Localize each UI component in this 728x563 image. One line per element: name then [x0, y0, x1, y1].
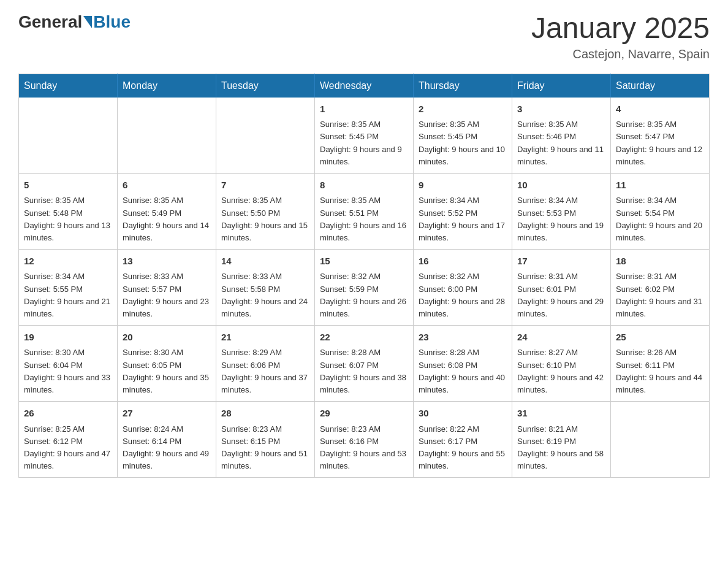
- day-number: 12: [24, 255, 112, 269]
- calendar-cell: 18Sunrise: 8:31 AM Sunset: 6:02 PM Dayli…: [611, 249, 710, 325]
- logo-triangle-icon: [83, 16, 92, 28]
- day-number: 4: [616, 102, 704, 117]
- day-info: Sunrise: 8:33 AM Sunset: 5:57 PM Dayligh…: [123, 270, 211, 320]
- calendar-cell: 5Sunrise: 8:35 AM Sunset: 5:48 PM Daylig…: [19, 173, 118, 249]
- day-info: Sunrise: 8:34 AM Sunset: 5:52 PM Dayligh…: [419, 194, 507, 244]
- day-info: Sunrise: 8:35 AM Sunset: 5:45 PM Dayligh…: [419, 118, 507, 168]
- page-header: General Blue January 2025 Castejon, Nava…: [18, 12, 710, 61]
- calendar-cell: 21Sunrise: 8:29 AM Sunset: 6:06 PM Dayli…: [216, 325, 315, 401]
- day-number: 7: [221, 178, 309, 193]
- calendar-cell: [118, 98, 216, 174]
- day-info: Sunrise: 8:22 AM Sunset: 6:17 PM Dayligh…: [419, 423, 507, 473]
- calendar-cell: 2Sunrise: 8:35 AM Sunset: 5:45 PM Daylig…: [414, 98, 512, 174]
- day-info: Sunrise: 8:29 AM Sunset: 6:06 PM Dayligh…: [221, 347, 309, 396]
- day-info: Sunrise: 8:32 AM Sunset: 6:00 PM Dayligh…: [419, 270, 507, 320]
- calendar-cell: 10Sunrise: 8:34 AM Sunset: 5:53 PM Dayli…: [512, 173, 611, 249]
- month-title: January 2025: [531, 12, 710, 45]
- day-info: Sunrise: 8:31 AM Sunset: 6:02 PM Dayligh…: [616, 270, 704, 320]
- calendar-cell: 14Sunrise: 8:33 AM Sunset: 5:58 PM Dayli…: [216, 249, 315, 325]
- day-info: Sunrise: 8:35 AM Sunset: 5:49 PM Dayligh…: [123, 194, 211, 244]
- calendar-cell: 16Sunrise: 8:32 AM Sunset: 6:00 PM Dayli…: [414, 249, 512, 325]
- calendar-cell: 31Sunrise: 8:21 AM Sunset: 6:19 PM Dayli…: [512, 402, 611, 478]
- day-number: 18: [616, 255, 704, 269]
- calendar-table: SundayMondayTuesdayWednesdayThursdayFrid…: [18, 74, 710, 478]
- day-info: Sunrise: 8:33 AM Sunset: 5:58 PM Dayligh…: [221, 270, 309, 320]
- calendar-header-wednesday: Wednesday: [315, 74, 414, 98]
- day-number: 22: [320, 331, 408, 345]
- calendar-cell: 6Sunrise: 8:35 AM Sunset: 5:49 PM Daylig…: [118, 173, 216, 249]
- calendar-cell: 22Sunrise: 8:28 AM Sunset: 6:07 PM Dayli…: [315, 325, 414, 401]
- day-number: 24: [517, 331, 605, 345]
- day-info: Sunrise: 8:31 AM Sunset: 6:01 PM Dayligh…: [517, 270, 605, 320]
- day-number: 28: [221, 407, 309, 421]
- calendar-cell: 3Sunrise: 8:35 AM Sunset: 5:46 PM Daylig…: [512, 98, 611, 174]
- calendar-cell: 1Sunrise: 8:35 AM Sunset: 5:45 PM Daylig…: [315, 98, 414, 174]
- calendar-cell: 24Sunrise: 8:27 AM Sunset: 6:10 PM Dayli…: [512, 325, 611, 401]
- day-number: 20: [123, 331, 211, 345]
- day-number: 13: [123, 255, 211, 269]
- day-info: Sunrise: 8:35 AM Sunset: 5:51 PM Dayligh…: [320, 194, 408, 244]
- day-number: 9: [419, 178, 507, 193]
- day-number: 3: [517, 102, 605, 117]
- calendar-header-tuesday: Tuesday: [216, 74, 315, 98]
- day-number: 15: [320, 255, 408, 269]
- calendar-cell: 13Sunrise: 8:33 AM Sunset: 5:57 PM Dayli…: [118, 249, 216, 325]
- day-info: Sunrise: 8:34 AM Sunset: 5:55 PM Dayligh…: [24, 270, 112, 320]
- day-info: Sunrise: 8:34 AM Sunset: 5:54 PM Dayligh…: [616, 194, 704, 244]
- day-number: 25: [616, 331, 704, 345]
- day-number: 11: [616, 178, 704, 193]
- day-info: Sunrise: 8:35 AM Sunset: 5:47 PM Dayligh…: [616, 118, 704, 168]
- day-info: Sunrise: 8:25 AM Sunset: 6:12 PM Dayligh…: [24, 423, 112, 473]
- day-info: Sunrise: 8:28 AM Sunset: 6:07 PM Dayligh…: [320, 347, 408, 396]
- day-info: Sunrise: 8:24 AM Sunset: 6:14 PM Dayligh…: [123, 423, 211, 473]
- calendar-cell: 7Sunrise: 8:35 AM Sunset: 5:50 PM Daylig…: [216, 173, 315, 249]
- day-number: 16: [419, 255, 507, 269]
- calendar-cell: 23Sunrise: 8:28 AM Sunset: 6:08 PM Dayli…: [414, 325, 512, 401]
- calendar-cell: 28Sunrise: 8:23 AM Sunset: 6:15 PM Dayli…: [216, 402, 315, 478]
- calendar-cell: [19, 98, 118, 174]
- day-number: 27: [123, 407, 211, 421]
- day-number: 19: [24, 331, 112, 345]
- day-info: Sunrise: 8:23 AM Sunset: 6:16 PM Dayligh…: [320, 423, 408, 473]
- calendar-cell: 12Sunrise: 8:34 AM Sunset: 5:55 PM Dayli…: [19, 249, 118, 325]
- calendar-cell: [216, 98, 315, 174]
- day-info: Sunrise: 8:28 AM Sunset: 6:08 PM Dayligh…: [419, 347, 507, 396]
- calendar-header-saturday: Saturday: [611, 74, 710, 98]
- calendar-week-5: 26Sunrise: 8:25 AM Sunset: 6:12 PM Dayli…: [19, 402, 710, 478]
- title-section: January 2025 Castejon, Navarre, Spain: [531, 12, 710, 61]
- day-info: Sunrise: 8:30 AM Sunset: 6:04 PM Dayligh…: [24, 347, 112, 396]
- day-info: Sunrise: 8:35 AM Sunset: 5:50 PM Dayligh…: [221, 194, 309, 244]
- day-info: Sunrise: 8:26 AM Sunset: 6:11 PM Dayligh…: [616, 347, 704, 396]
- day-number: 5: [24, 178, 112, 193]
- day-number: 2: [419, 102, 507, 117]
- day-number: 26: [24, 407, 112, 421]
- calendar-week-3: 12Sunrise: 8:34 AM Sunset: 5:55 PM Dayli…: [19, 249, 710, 325]
- calendar-header-monday: Monday: [118, 74, 216, 98]
- day-info: Sunrise: 8:23 AM Sunset: 6:15 PM Dayligh…: [221, 423, 309, 473]
- calendar-cell: 19Sunrise: 8:30 AM Sunset: 6:04 PM Dayli…: [19, 325, 118, 401]
- day-info: Sunrise: 8:32 AM Sunset: 5:59 PM Dayligh…: [320, 270, 408, 320]
- logo-general-text: General: [18, 12, 82, 32]
- day-number: 21: [221, 331, 309, 345]
- day-info: Sunrise: 8:35 AM Sunset: 5:46 PM Dayligh…: [517, 118, 605, 168]
- calendar-header-sunday: Sunday: [19, 74, 118, 98]
- calendar-cell: 17Sunrise: 8:31 AM Sunset: 6:01 PM Dayli…: [512, 249, 611, 325]
- calendar-week-2: 5Sunrise: 8:35 AM Sunset: 5:48 PM Daylig…: [19, 173, 710, 249]
- day-number: 30: [419, 407, 507, 421]
- calendar-week-1: 1Sunrise: 8:35 AM Sunset: 5:45 PM Daylig…: [19, 98, 710, 174]
- logo: General Blue: [18, 12, 131, 32]
- day-number: 10: [517, 178, 605, 193]
- calendar-cell: 4Sunrise: 8:35 AM Sunset: 5:47 PM Daylig…: [611, 98, 710, 174]
- day-number: 8: [320, 178, 408, 193]
- day-number: 29: [320, 407, 408, 421]
- calendar-cell: 20Sunrise: 8:30 AM Sunset: 6:05 PM Dayli…: [118, 325, 216, 401]
- calendar-cell: 26Sunrise: 8:25 AM Sunset: 6:12 PM Dayli…: [19, 402, 118, 478]
- day-info: Sunrise: 8:35 AM Sunset: 5:45 PM Dayligh…: [320, 118, 408, 168]
- calendar-header-row: SundayMondayTuesdayWednesdayThursdayFrid…: [19, 74, 710, 98]
- calendar-header-friday: Friday: [512, 74, 611, 98]
- day-number: 17: [517, 255, 605, 269]
- day-number: 6: [123, 178, 211, 193]
- calendar-cell: 9Sunrise: 8:34 AM Sunset: 5:52 PM Daylig…: [414, 173, 512, 249]
- calendar-cell: 8Sunrise: 8:35 AM Sunset: 5:51 PM Daylig…: [315, 173, 414, 249]
- day-info: Sunrise: 8:21 AM Sunset: 6:19 PM Dayligh…: [517, 423, 605, 473]
